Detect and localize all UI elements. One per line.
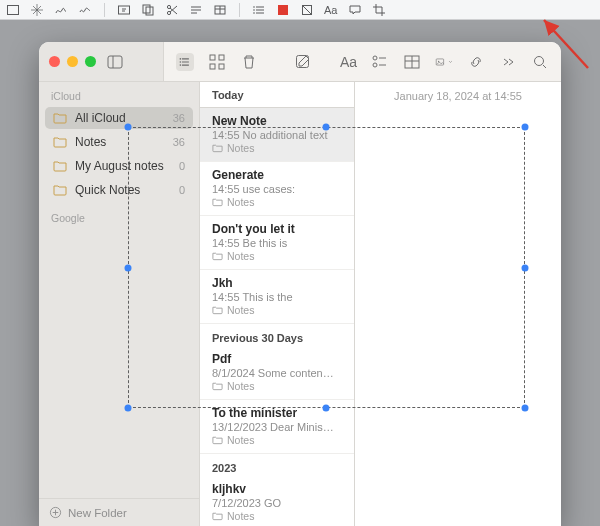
sidebar-item-label: All iCloud xyxy=(75,111,165,125)
note-datestamp: January 18, 2024 at 14:55 xyxy=(355,90,561,102)
format-button[interactable]: Aa xyxy=(340,53,357,71)
system-toolbar: Aa xyxy=(0,0,600,20)
note-list-header: Today xyxy=(200,82,354,108)
fill-color-tool[interactable] xyxy=(276,3,290,17)
note-location: Notes xyxy=(212,142,342,154)
svg-rect-14 xyxy=(108,56,122,68)
svg-rect-22 xyxy=(219,64,224,69)
close-window-button[interactable] xyxy=(49,56,60,67)
align-lines-icon[interactable] xyxy=(189,3,203,17)
svg-point-25 xyxy=(373,63,377,67)
window-body: iCloud All iCloud 36 Notes 36 My August … xyxy=(39,82,561,526)
note-location: Notes xyxy=(212,434,342,446)
note-list-item[interactable]: New Note14:55 No additional textNotes xyxy=(200,108,354,162)
list-tool[interactable] xyxy=(252,3,266,17)
crop-icon[interactable] xyxy=(372,3,386,17)
note-location: Notes xyxy=(212,510,342,522)
sidebar-section-label: Google xyxy=(39,212,199,228)
svg-rect-10 xyxy=(279,5,288,14)
media-button[interactable] xyxy=(435,53,453,71)
svg-point-17 xyxy=(179,61,181,63)
note-subtitle: 8/1/2024 Some conten… xyxy=(212,367,342,379)
folder-icon xyxy=(53,160,67,172)
plus-circle-icon xyxy=(49,506,62,519)
note-canvas[interactable]: January 18, 2024 at 14:55 xyxy=(355,82,561,526)
note-list-item[interactable]: Pdf8/1/2024 Some conten…Notes xyxy=(200,346,354,400)
folder-icon xyxy=(53,184,67,196)
sidebar-item-count: 0 xyxy=(179,184,185,196)
table-icon[interactable] xyxy=(213,3,227,17)
list-icon xyxy=(252,3,266,17)
notes-window: Aa iCloud All iCloud 36 Notes 36 xyxy=(39,42,561,526)
scissors-tool[interactable] xyxy=(165,3,179,17)
sidebar-item-all-icloud[interactable]: All iCloud 36 xyxy=(45,107,193,129)
new-folder-button[interactable]: New Folder xyxy=(39,498,199,526)
toolbar-sep xyxy=(239,3,240,17)
svg-point-9 xyxy=(253,12,255,14)
compose-button[interactable] xyxy=(294,53,312,71)
table-button[interactable] xyxy=(403,53,421,71)
note-list-scroll[interactable]: New Note14:55 No additional textNotesGen… xyxy=(200,108,354,526)
zoom-window-button[interactable] xyxy=(85,56,96,67)
svg-point-24 xyxy=(373,56,377,60)
sparkle-icon[interactable] xyxy=(30,3,44,17)
sidebar-item-label: Notes xyxy=(75,135,165,149)
sidebar-item-label: Quick Notes xyxy=(75,183,171,197)
grid-view-button[interactable] xyxy=(208,53,226,71)
svg-point-29 xyxy=(535,56,544,65)
note-subtitle: 14:55 Be this is xyxy=(212,237,342,249)
note-subtitle: 14:55 This is the xyxy=(212,291,342,303)
textbox-icon[interactable] xyxy=(117,3,131,17)
note-subtitle: 14:55 use cases: xyxy=(212,183,342,195)
note-subtitle: 14:55 No additional text xyxy=(212,129,342,141)
list-view-button[interactable] xyxy=(176,53,194,71)
note-list: Today New Note14:55 No additional textNo… xyxy=(200,82,355,526)
sidebar-toggle-button[interactable] xyxy=(106,53,124,71)
svg-rect-0 xyxy=(8,5,19,14)
chevron-down-icon xyxy=(337,9,338,10)
sidebar-section-label: iCloud xyxy=(39,90,199,106)
shape-tool[interactable] xyxy=(6,3,20,17)
note-list-group: 2023 xyxy=(200,454,354,476)
svg-point-16 xyxy=(179,58,181,60)
note-title: Generate xyxy=(212,168,342,182)
note-list-item[interactable]: To the minister13/12/2023 Dear Minis…Not… xyxy=(200,400,354,454)
note-list-item[interactable]: Jkh14:55 This is theNotes xyxy=(200,270,354,324)
note-location: Notes xyxy=(212,250,342,262)
note-subtitle: 7/12/2023 GO xyxy=(212,497,342,509)
note-list-item[interactable]: kljhkv7/12/2023 GONotes xyxy=(200,476,354,526)
note-list-item[interactable]: Don't you let it14:55 Be this isNotes xyxy=(200,216,354,270)
link-button[interactable] xyxy=(467,53,485,71)
note-title: Don't you let it xyxy=(212,222,342,236)
checklist-button[interactable] xyxy=(371,53,389,71)
toolbar-group-shapes xyxy=(6,3,92,17)
svg-point-8 xyxy=(253,9,255,11)
note-title: Jkh xyxy=(212,276,342,290)
trash-button[interactable] xyxy=(240,53,258,71)
svg-rect-20 xyxy=(219,55,224,60)
minimize-window-button[interactable] xyxy=(67,56,78,67)
window-toolbar-left xyxy=(39,42,164,81)
sidebar-item-count: 0 xyxy=(179,160,185,172)
border-style-tool[interactable] xyxy=(300,3,314,17)
speech-bubble-icon[interactable] xyxy=(348,3,362,17)
sidebar-item-notes[interactable]: Notes 36 xyxy=(45,131,193,153)
scribble-alt-icon[interactable] xyxy=(78,3,92,17)
copy-icon[interactable] xyxy=(141,3,155,17)
scissors-icon xyxy=(165,3,179,17)
note-location: Notes xyxy=(212,196,342,208)
folder-icon xyxy=(53,136,67,148)
note-list-item[interactable]: Generate14:55 use cases:Notes xyxy=(200,162,354,216)
text-style-tool[interactable]: Aa xyxy=(324,3,338,17)
svg-rect-21 xyxy=(210,64,215,69)
sidebar-item-my-august-notes[interactable]: My August notes 0 xyxy=(45,155,193,177)
more-button[interactable] xyxy=(499,53,517,71)
svg-rect-19 xyxy=(210,55,215,60)
scribble-icon[interactable] xyxy=(54,3,68,17)
sidebar-item-count: 36 xyxy=(173,112,185,124)
sidebar-item-count: 36 xyxy=(173,136,185,148)
sidebar-item-quick-notes[interactable]: Quick Notes 0 xyxy=(45,179,193,201)
search-button[interactable] xyxy=(531,53,549,71)
toolbar-group-insert xyxy=(117,3,227,17)
svg-rect-1 xyxy=(119,6,130,14)
